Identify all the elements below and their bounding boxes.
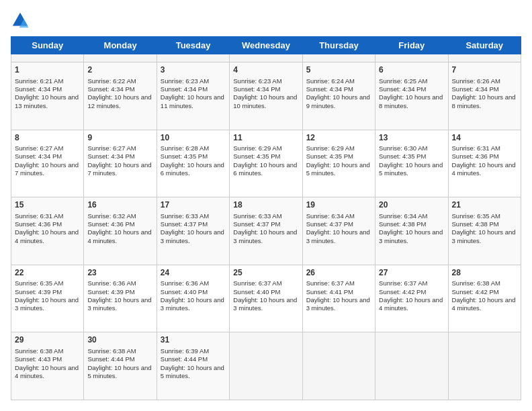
sunset-line: Sunset: 4:34 PM	[161, 85, 226, 93]
calendar-week-6: 29Sunrise: 6:38 AMSunset: 4:43 PMDayligh…	[11, 332, 521, 400]
day-number: 21	[452, 200, 517, 211]
day-number: 17	[161, 200, 226, 211]
daylight-line: Daylight: 10 hours and 8 minutes.	[452, 93, 517, 110]
daylight-line: Daylight: 10 hours and 3 minutes.	[161, 296, 226, 313]
calendar-cell: 8Sunrise: 6:27 AMSunset: 4:34 PMDaylight…	[11, 130, 84, 197]
calendar-cell	[11, 54, 84, 62]
sunrise-line: Sunrise: 6:37 AM	[233, 279, 298, 287]
sunrise-line: Sunrise: 6:21 AM	[15, 77, 80, 85]
day-number: 1	[15, 65, 80, 76]
calendar-cell: 1Sunrise: 6:21 AMSunset: 4:34 PMDaylight…	[11, 62, 84, 130]
sunrise-line: Sunrise: 6:38 AM	[87, 347, 152, 355]
logo	[11, 11, 31, 30]
sunrise-line: Sunrise: 6:22 AM	[87, 77, 152, 85]
sunset-line: Sunset: 4:40 PM	[161, 288, 226, 296]
sunset-line: Sunset: 4:34 PM	[15, 85, 80, 93]
daylight-line: Daylight: 10 hours and 3 minutes.	[161, 228, 226, 245]
calendar-cell: 24Sunrise: 6:36 AMSunset: 4:40 PMDayligh…	[157, 265, 229, 332]
day-header-tuesday: Tuesday	[157, 37, 229, 54]
daylight-line: Daylight: 10 hours and 8 minutes.	[379, 93, 444, 110]
daylight-line: Daylight: 10 hours and 7 minutes.	[87, 161, 152, 178]
day-number: 2	[87, 65, 152, 76]
calendar-cell: 28Sunrise: 6:38 AMSunset: 4:42 PMDayligh…	[448, 265, 521, 332]
daylight-line: Daylight: 10 hours and 3 minutes.	[452, 228, 517, 245]
day-number: 19	[306, 200, 371, 211]
logo-icon	[11, 11, 30, 30]
calendar-cell	[302, 332, 375, 400]
day-number: 12	[306, 133, 371, 144]
day-number: 4	[233, 65, 298, 76]
sunrise-line: Sunrise: 6:29 AM	[233, 144, 298, 152]
calendar-cell: 10Sunrise: 6:28 AMSunset: 4:35 PMDayligh…	[157, 130, 229, 197]
day-number: 11	[233, 133, 298, 144]
daylight-line: Daylight: 10 hours and 5 minutes.	[379, 161, 444, 178]
sunset-line: Sunset: 4:34 PM	[87, 152, 152, 161]
daylight-line: Daylight: 10 hours and 5 minutes.	[87, 364, 152, 381]
day-number: 3	[161, 65, 226, 76]
sunset-line: Sunset: 4:36 PM	[452, 152, 517, 161]
calendar-cell: 15Sunrise: 6:31 AMSunset: 4:36 PMDayligh…	[11, 197, 84, 265]
calendar-header-row: SundayMondayTuesdayWednesdayThursdayFrid…	[11, 37, 521, 54]
calendar-cell: 20Sunrise: 6:34 AMSunset: 4:38 PMDayligh…	[375, 197, 448, 265]
calendar-cell	[84, 54, 157, 62]
sunset-line: Sunset: 4:35 PM	[379, 152, 444, 161]
calendar-cell	[448, 332, 521, 400]
day-number: 20	[379, 200, 444, 211]
sunrise-line: Sunrise: 6:31 AM	[15, 212, 80, 220]
sunrise-line: Sunrise: 6:31 AM	[452, 144, 517, 152]
sunrise-line: Sunrise: 6:35 AM	[452, 212, 517, 220]
day-number: 31	[161, 335, 226, 346]
calendar-cell: 18Sunrise: 6:33 AMSunset: 4:37 PMDayligh…	[230, 197, 302, 265]
calendar-cell: 14Sunrise: 6:31 AMSunset: 4:36 PMDayligh…	[448, 130, 521, 197]
sunrise-line: Sunrise: 6:24 AM	[306, 77, 371, 85]
calendar-week-3: 8Sunrise: 6:27 AMSunset: 4:34 PMDaylight…	[11, 130, 521, 197]
daylight-line: Daylight: 10 hours and 3 minutes.	[306, 296, 371, 313]
calendar-week-1	[11, 54, 521, 62]
day-number: 9	[87, 133, 152, 144]
sunrise-line: Sunrise: 6:29 AM	[306, 144, 371, 152]
sunrise-line: Sunrise: 6:27 AM	[87, 144, 152, 152]
calendar-cell: 31Sunrise: 6:39 AMSunset: 4:44 PMDayligh…	[157, 332, 229, 400]
sunrise-line: Sunrise: 6:38 AM	[15, 347, 80, 355]
day-number: 6	[379, 65, 444, 76]
daylight-line: Daylight: 10 hours and 4 minutes.	[15, 364, 80, 381]
calendar-cell: 23Sunrise: 6:36 AMSunset: 4:39 PMDayligh…	[84, 265, 157, 332]
calendar-cell: 21Sunrise: 6:35 AMSunset: 4:38 PMDayligh…	[448, 197, 521, 265]
sunrise-line: Sunrise: 6:26 AM	[452, 77, 517, 85]
sunrise-line: Sunrise: 6:36 AM	[87, 279, 152, 287]
calendar-cell: 7Sunrise: 6:26 AMSunset: 4:34 PMDaylight…	[448, 62, 521, 130]
calendar-cell: 2Sunrise: 6:22 AMSunset: 4:34 PMDaylight…	[84, 62, 157, 130]
day-number: 16	[87, 200, 152, 211]
sunrise-line: Sunrise: 6:33 AM	[233, 212, 298, 220]
day-number: 13	[379, 133, 444, 144]
day-number: 28	[452, 268, 517, 279]
sunrise-line: Sunrise: 6:38 AM	[452, 279, 517, 287]
sunset-line: Sunset: 4:34 PM	[15, 152, 80, 161]
sunset-line: Sunset: 4:44 PM	[87, 355, 152, 363]
day-header-saturday: Saturday	[448, 37, 521, 54]
day-number: 27	[379, 268, 444, 279]
calendar-cell	[230, 54, 302, 62]
calendar-cell: 3Sunrise: 6:23 AMSunset: 4:34 PMDaylight…	[157, 62, 229, 130]
daylight-line: Daylight: 10 hours and 3 minutes.	[233, 228, 298, 245]
day-header-wednesday: Wednesday	[230, 37, 302, 54]
calendar-cell: 29Sunrise: 6:38 AMSunset: 4:43 PMDayligh…	[11, 332, 84, 400]
sunrise-line: Sunrise: 6:32 AM	[87, 212, 152, 220]
calendar-week-4: 15Sunrise: 6:31 AMSunset: 4:36 PMDayligh…	[11, 197, 521, 265]
daylight-line: Daylight: 10 hours and 6 minutes.	[233, 161, 298, 178]
sunrise-line: Sunrise: 6:36 AM	[161, 279, 226, 287]
daylight-line: Daylight: 10 hours and 5 minutes.	[306, 161, 371, 178]
calendar-cell	[302, 54, 375, 62]
day-number: 22	[15, 268, 80, 279]
page: SundayMondayTuesdayWednesdayThursdayFrid…	[0, 0, 532, 411]
day-number: 18	[233, 200, 298, 211]
sunset-line: Sunset: 4:34 PM	[452, 85, 517, 93]
sunrise-line: Sunrise: 6:37 AM	[379, 279, 444, 287]
sunset-line: Sunset: 4:42 PM	[452, 288, 517, 296]
day-number: 24	[161, 268, 226, 279]
sunset-line: Sunset: 4:44 PM	[161, 355, 226, 363]
calendar-cell: 22Sunrise: 6:35 AMSunset: 4:39 PMDayligh…	[11, 265, 84, 332]
sunrise-line: Sunrise: 6:37 AM	[306, 279, 371, 287]
sunset-line: Sunset: 4:38 PM	[379, 220, 444, 228]
calendar-cell: 17Sunrise: 6:33 AMSunset: 4:37 PMDayligh…	[157, 197, 229, 265]
